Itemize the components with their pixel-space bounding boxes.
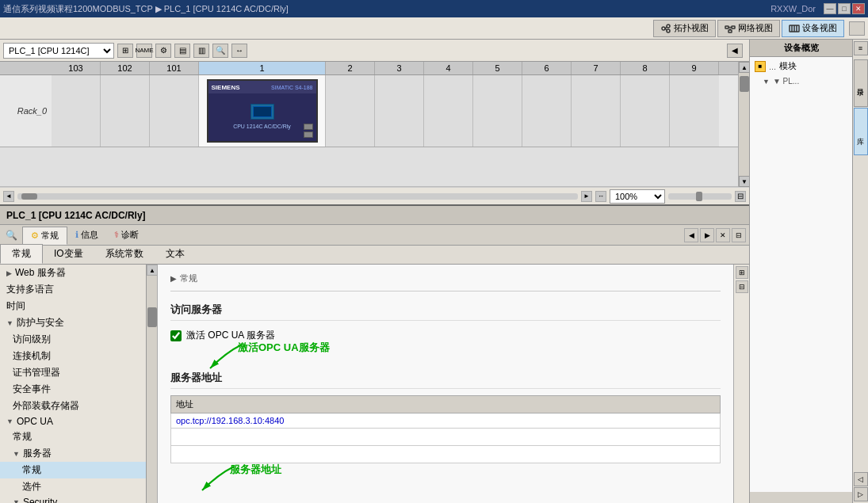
name-icon[interactable]: NAME xyxy=(136,44,152,58)
zoom-select[interactable]: 100% xyxy=(610,189,665,204)
minimize-button[interactable]: — xyxy=(824,3,836,14)
device-view-button[interactable]: 设备视图 xyxy=(782,20,844,37)
nav-connection[interactable]: 连接机制 xyxy=(0,348,146,364)
nav-server[interactable]: ▼ 服务器 xyxy=(0,445,146,462)
device-icon xyxy=(789,23,800,34)
sidebar-toggle[interactable]: ◀ xyxy=(727,44,743,58)
annotation-1-text: 激活OPC UA服务器 xyxy=(238,341,330,355)
device-view-extra[interactable] xyxy=(849,21,865,36)
nav-server-options[interactable]: 选件 xyxy=(0,478,146,495)
hardware-icon[interactable]: ⊞ xyxy=(117,44,133,58)
nav-scroll-up[interactable]: ▲ xyxy=(147,265,158,276)
scroll-right[interactable]: ► xyxy=(581,191,592,202)
attr-tab-label: 常规 xyxy=(41,230,59,242)
plc-select[interactable]: PLC_1 [CPU 1214C] xyxy=(3,43,114,59)
grid2-icon[interactable]: ▥ xyxy=(193,44,209,58)
overview-pl-row: ▼ ▼ PL... xyxy=(750,75,852,87)
subtab-text[interactable]: 文本 xyxy=(155,245,196,264)
zoom-fit[interactable]: ↔ xyxy=(595,191,606,202)
far-right-btn-2[interactable]: ◁ xyxy=(854,472,868,486)
title-bar-left: 通信系列视频课程1200MODBUS_TCP ▶ PLC_1 [CPU 1214… xyxy=(3,3,289,15)
far-right-tab-2[interactable]: 库 xyxy=(854,108,868,155)
slot-1[interactable]: SIEMENS SIMATIC S4-188 CPU 1214C AC/DC/R… xyxy=(199,75,326,147)
prop-icon-1[interactable]: ◀ xyxy=(684,228,698,242)
subtab-general[interactable]: 常规 xyxy=(0,244,43,264)
addr-row-2 xyxy=(171,428,721,445)
addr-cell-2[interactable] xyxy=(171,428,721,445)
nav-cert-manager[interactable]: 证书管理器 xyxy=(0,364,146,381)
bottom-panel-title: PLC_1 [CPU 1214C AC/DC/Rly] xyxy=(6,210,146,221)
tab-info[interactable]: ℹ 信息 xyxy=(67,227,106,243)
subtab-io[interactable]: IO变量 xyxy=(43,245,94,264)
rack-label-spacer xyxy=(0,62,52,74)
prop-icon-2[interactable]: ▶ xyxy=(700,228,714,242)
activate-checkbox[interactable] xyxy=(170,330,182,341)
right-sidebar-btn-1[interactable]: ⊞ xyxy=(736,266,748,279)
nav-security-event[interactable]: 安全事件 xyxy=(0,381,146,398)
far-right-btn-3[interactable]: ▷ xyxy=(854,487,868,501)
fit-icon[interactable]: ↔ xyxy=(231,44,247,58)
addr-col-header: 地址 xyxy=(171,395,721,413)
nav-v-scroll[interactable]: ▲ ▼ xyxy=(147,265,158,503)
nav-opc-ua[interactable]: ▼ OPC UA xyxy=(0,414,146,429)
prop-search-icon[interactable]: 🔍 xyxy=(3,227,19,243)
addr-input-1[interactable] xyxy=(176,416,715,425)
overview-content: ■ ... 模块 ▼ ▼ PL... xyxy=(750,57,852,492)
far-right-tab-1[interactable]: 目录 xyxy=(854,59,868,107)
port-1 xyxy=(304,124,313,130)
prop-content: ▶ Web 服务器 支持多语言 时间 ▼ xyxy=(0,265,749,503)
grid-icon[interactable]: ▤ xyxy=(174,44,190,58)
left-content: PLC_1 [CPU 1214C] ⊞ NAME ⚙ ▤ ▥ 🔍 ↔ ◀ xyxy=(0,40,749,503)
nav-security[interactable]: ▼ Security xyxy=(0,495,146,503)
zoom-extra[interactable]: ⊟ xyxy=(735,191,746,202)
rack-col-headers: 103 102 101 1 2 3 4 5 6 7 8 9 xyxy=(0,62,749,75)
nav-label-time: 时间 xyxy=(6,299,25,313)
tab-diagnostics[interactable]: ⚕ 诊断 xyxy=(106,227,147,243)
annotation-2-arrow-svg xyxy=(170,467,266,504)
plc-top: SIEMENS SIMATIC S4-188 xyxy=(208,81,316,93)
nav-label-protection: 防护与安全 xyxy=(17,316,64,330)
nav-server-general[interactable]: 常规 xyxy=(0,462,146,478)
scroll-track-body xyxy=(739,73,749,176)
nav-label-connection: 连接机制 xyxy=(13,349,51,363)
network-view-label: 网络视图 xyxy=(738,22,773,34)
nav-access-level[interactable]: 访问级别 xyxy=(0,331,146,348)
breadcrumb-general: 常规 xyxy=(180,272,197,284)
nav-multilang[interactable]: 支持多语言 xyxy=(0,281,146,298)
scroll-down[interactable]: ▼ xyxy=(739,176,749,187)
nav-opc-general[interactable]: 常规 xyxy=(0,429,146,445)
plc-module[interactable]: SIEMENS SIMATIC S4-188 CPU 1214C AC/DC/R… xyxy=(207,79,318,143)
nav-external-storage[interactable]: 外部装载存储器 xyxy=(0,398,146,414)
addr-cell-3[interactable] xyxy=(171,445,721,463)
addr-row-1 xyxy=(171,413,721,428)
scroll-up[interactable]: ▲ xyxy=(739,62,749,73)
right-sidebar-btn-2[interactable]: ⊟ xyxy=(736,280,748,293)
activate-checkbox-label[interactable]: 激活 OPC UA 服务器 xyxy=(170,329,275,342)
slot-7 xyxy=(572,75,621,147)
close-button[interactable]: ✕ xyxy=(852,3,865,14)
nav-web-server[interactable]: ▶ Web 服务器 xyxy=(0,265,146,281)
far-right-btn-1[interactable]: ≡ xyxy=(854,41,868,55)
rack-v-scroll[interactable]: ▲ ▼ xyxy=(738,62,749,187)
bottom-panel-header: PLC_1 [CPU 1214C AC/DC/Rly] xyxy=(0,206,749,225)
network-view-button[interactable]: 网络视图 xyxy=(717,20,780,37)
zoom-icon[interactable]: 🔍 xyxy=(212,44,228,58)
prop-subtabs: 常规 IO变量 系统常数 文本 xyxy=(0,246,749,265)
topology-view-button[interactable]: 拓扑视图 xyxy=(653,20,716,37)
nav-protection[interactable]: ▼ 防护与安全 xyxy=(0,314,146,331)
divider-1 xyxy=(170,291,721,292)
maximize-button[interactable]: □ xyxy=(838,3,851,14)
scroll-left[interactable]: ◄ xyxy=(3,191,14,202)
prop-icon-3[interactable]: ✕ xyxy=(716,228,730,242)
settings-icon[interactable]: ⚙ xyxy=(155,44,171,58)
zoom-slider[interactable] xyxy=(668,193,732,200)
overview-h-scroll[interactable] xyxy=(750,492,852,503)
prop-icon-4[interactable]: ⊟ xyxy=(732,228,746,242)
h-scroll-track[interactable] xyxy=(17,193,578,200)
subtab-sysconst[interactable]: 系统常数 xyxy=(94,245,155,264)
tab-attributes[interactable]: ⚙ 常规 xyxy=(22,227,67,245)
nav-label-secevent: 安全事件 xyxy=(13,383,51,396)
nav-time[interactable]: 时间 xyxy=(0,298,146,314)
addr-cell-1[interactable] xyxy=(171,413,721,428)
address-table: 地址 xyxy=(170,395,721,463)
